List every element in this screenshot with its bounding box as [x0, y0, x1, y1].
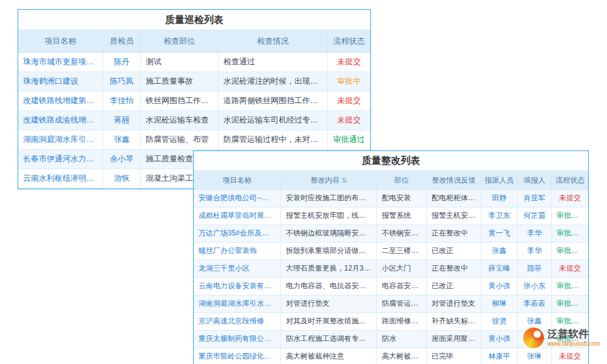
assignee-cell: 薛宝峰 [481, 260, 518, 277]
part-cell: 电容器安装... [377, 278, 427, 295]
project-name-cell[interactable]: 万达广场35#会所及咖啡厅空... [194, 225, 281, 242]
part-cell: 小区大门 [377, 260, 427, 277]
table-row[interactable]: 龙湖三千里小区大理石质量更换，12月31日之...小区大门正在整改中薛宝峰陈菲未… [194, 260, 588, 278]
project-name-cell[interactable]: 螺丝厂办公室装饰 [194, 243, 281, 260]
check-situation-cell: 防腐管运输过程中，未对管进行... [219, 130, 328, 149]
status-cell: 审批中 [328, 72, 370, 91]
brand-sun-icon [523, 328, 544, 348]
rectify-content-cell: 报警主机安放牢固，线缆连接... [281, 207, 377, 224]
part-cell: 配电安装 [377, 190, 427, 207]
feedback-cell: 屋面采用聚氨... [427, 331, 481, 348]
rectify-content-cell: 对管进行垫支 [281, 295, 377, 312]
rectify-content-cell: 安装时应按施工图的布置，将... [281, 190, 377, 207]
assignee-cell: 林康平 [481, 348, 518, 364]
project-name-cell[interactable]: 改建铁路成渝线增建第... [18, 111, 103, 130]
reporter-cell: 陈菲 [518, 260, 552, 277]
project-name-cell[interactable]: 珠海鹤洲口建设 [18, 72, 103, 91]
feedback-cell: 已完毕 [427, 348, 481, 364]
column-header-project-name: 项目名称 [194, 171, 281, 189]
fanpu-logo: 泛普软件 www.fanpusoft.com [523, 328, 600, 348]
project-name-cell[interactable]: 改建铁路线增建第二线... [18, 92, 103, 110]
part-cell: 防水 [377, 331, 427, 348]
rectify-content-cell: 高大树被栽种注意 [281, 348, 377, 364]
feedback-cell: 补齐缺失标志... [427, 313, 481, 330]
check-situation-cell: 水泥砼运输车司机经过专门培训... [219, 111, 328, 130]
check-situation-cell: 检查通过 [219, 53, 328, 72]
status-cell: 审批通过 [552, 278, 588, 295]
rectify-content-cell: 大理石质量更换，12月31日之... [281, 260, 377, 277]
project-name-cell[interactable]: 重庆太极制药有限公司亳州中... [194, 331, 281, 348]
feedback-cell: 正在整改中 [427, 225, 481, 242]
column-header-flow-status: 流程状态 [552, 171, 588, 189]
check-part-cell: 防腐管运输、布管 [141, 130, 219, 149]
project-name-cell[interactable]: 云南水利枢纽潜明水库... [18, 169, 103, 188]
project-name-cell[interactable]: 湖南洞庭湖水库引水工... [18, 130, 103, 149]
part-cell: 报警系统 [377, 207, 427, 224]
feedback-cell: 报警主机安放... [427, 207, 481, 224]
table-row[interactable]: 万达广场35#会所及咖啡厅空...不锈钢边框玻璃隔断安装不牢...不锈钢安装..… [194, 225, 588, 243]
part-cell: 防腐管运输... [377, 295, 427, 312]
feedback-cell: 对管进行垫支 [427, 295, 481, 312]
status-cell: 审批通过 [328, 130, 370, 149]
table-row[interactable]: 珠海市城市更新项目紫...陈丹测试检查通过未提交 [18, 53, 370, 72]
column-header-flow-status: 流程状态 [328, 30, 370, 52]
project-name-cell[interactable]: 重庆市豁岭公园绿化景观提升... [194, 348, 281, 364]
brand-site-url: www.fanpusoft.com [548, 340, 600, 348]
rectify-content-cell: 拆除到承重墙部分请做好加固... [281, 243, 377, 260]
table-row[interactable]: 改建铁路成渝线增建第...蒋丽水泥砼运输车检查水泥砼运输车司机经过专门培训...… [18, 111, 370, 130]
project-name-cell[interactable]: 成都杜甫草堂临时展厅独立展... [194, 207, 281, 224]
status-cell: 未提交 [328, 111, 370, 130]
table-row[interactable]: 成都杜甫草堂临时展厅独立展...报警主机安放牢固，线缆连接...报警系统报警主机… [194, 207, 588, 225]
column-header-project-name: 项目名称 [18, 30, 103, 52]
assignee-cell: 黄一飞 [481, 225, 518, 242]
assignee-cell: 田静 [481, 190, 518, 207]
sort-icon[interactable]: ⇅ [341, 171, 347, 189]
table-row[interactable]: 湖南洞庭湖水库引水工...张鑫防腐管运输、布管防腐管运输过程中，未对管进行...… [18, 130, 370, 150]
feedback-cell: 已改正 [427, 278, 481, 295]
feedback-cell: 正在整改中 [427, 260, 481, 277]
project-name-cell[interactable]: 长春市伊通河水力发电... [18, 150, 103, 169]
rectification-table-header: 项目名称 整改内容 ⇅ 部位 整改情况反馈 指派人员 填报人 流程状态 [194, 171, 588, 190]
assignee-cell: 黄小强 [481, 278, 518, 295]
table-row[interactable]: 珠海鹤洲口建设陈巧凤施工质量事故水泥砼灌注的时候，出现离析现象审批中 [18, 72, 370, 92]
table-row[interactable]: 安徽合肥供电公司--配电设备...安装时应按施工图的布置，将...配电安装配电柜… [194, 190, 588, 207]
project-name-cell[interactable]: 龙湖三千里小区 [194, 260, 281, 277]
part-cell: 二至三楼混... [377, 243, 427, 260]
inspector-cell: 余小琴 [103, 150, 141, 169]
assignee-cell: 张鑫 [481, 243, 518, 260]
column-header-rectify-content-label: 整改内容 [310, 171, 339, 189]
project-name-cell[interactable]: 京沪高速北京段维修 [194, 313, 281, 330]
table-row[interactable]: 螺丝厂办公室装饰拆除到承重墙部分请做好加固...二至三楼混...已改正张鑫李华审… [194, 243, 588, 260]
check-situation-cell: 水泥砼灌注的时候，出现离析现象 [219, 72, 328, 91]
project-name-cell[interactable]: 湖南洞庭湖水库引水工程施工... [194, 295, 281, 312]
status-cell: 审批通过 [552, 207, 588, 224]
brand-name: 泛普软件 [548, 328, 600, 340]
project-name-cell[interactable]: 云南电力设备安装有限公司20... [194, 278, 281, 295]
column-header-inspector: 质检员 [103, 30, 141, 52]
rectification-table-title: 质量整改列表 [194, 151, 588, 171]
project-name-cell[interactable]: 安徽合肥供电公司--配电设备... [194, 190, 281, 207]
column-header-rectify-content[interactable]: 整改内容 ⇅ [281, 171, 377, 189]
part-cell: 不锈钢安装... [377, 225, 427, 242]
rectify-content-cell: 不锈钢边框玻璃隔断安装不牢... [281, 225, 377, 242]
table-row[interactable]: 湖南洞庭湖水库引水工程施工...对管进行垫支防腐管运输...对管进行垫支柳琳李若… [194, 295, 588, 313]
assignee-cell: 柳琳 [481, 295, 518, 312]
rectify-content-cell: 对其及时开展整改措施，桥头... [281, 313, 377, 330]
column-header-check-situation: 检查情况 [219, 30, 328, 52]
rectify-content-cell: 防水工程施工选调有专业资质... [281, 331, 377, 348]
table-row[interactable]: 重庆市豁岭公园绿化景观提升...高大树被栽种注意高大树被栽种已完毕林康平张琳未提… [194, 348, 588, 364]
check-part-cell: 施工质量事故 [141, 72, 219, 91]
assignee-cell: 黄小强 [481, 331, 518, 348]
inspection-table-header: 项目名称 质检员 检查部位 检查情况 流程状态 [18, 30, 370, 53]
inspector-cell: 游恢 [103, 169, 141, 188]
project-name-cell[interactable]: 珠海市城市更新项目紫... [18, 53, 103, 72]
status-cell: 未提交 [328, 92, 370, 110]
reporter-cell: 李华 [518, 243, 552, 260]
inspector-cell: 陈丹 [103, 53, 141, 72]
status-cell: 未提交 [552, 260, 588, 277]
table-row[interactable]: 云南电力设备安装有限公司20...电力电容器、电抗器安装方案...电容器安装..… [194, 278, 588, 295]
column-header-feedback: 整改情况反馈 [427, 171, 481, 189]
feedback-cell: 已改正 [427, 243, 481, 260]
check-situation-cell: 道路两侧铁丝网围挡工作按设计... [219, 92, 328, 110]
table-row[interactable]: 改建铁路线增建第二线...李佳怡铁丝网围挡工作检查道路两侧铁丝网围挡工作按设计.… [18, 92, 370, 111]
